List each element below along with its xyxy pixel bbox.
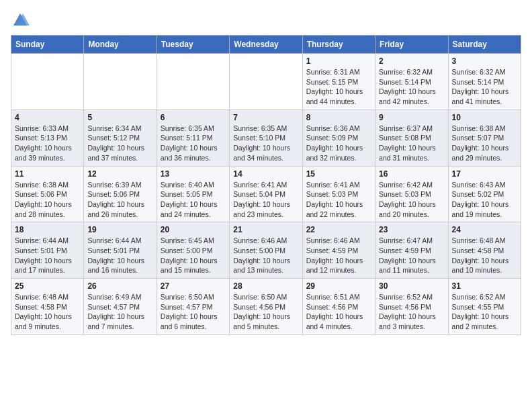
- day-info: Sunrise: 6:47 AM Sunset: 4:59 PM Dayligh…: [379, 236, 444, 275]
- day-info: Sunrise: 6:45 AM Sunset: 5:00 PM Dayligh…: [161, 236, 226, 275]
- calendar-week-row: 25Sunrise: 6:48 AM Sunset: 4:58 PM Dayli…: [11, 279, 521, 335]
- logo-icon: [11, 11, 30, 30]
- day-info: Sunrise: 6:48 AM Sunset: 4:58 PM Dayligh…: [15, 292, 80, 332]
- day-number: 6: [161, 113, 226, 122]
- day-info: Sunrise: 6:36 AM Sunset: 5:09 PM Dayligh…: [306, 124, 371, 163]
- calendar-cell: 26Sunrise: 6:49 AM Sunset: 4:57 PM Dayli…: [84, 279, 157, 335]
- day-info: Sunrise: 6:38 AM Sunset: 5:07 PM Dayligh…: [452, 124, 517, 163]
- day-number: 24: [452, 225, 517, 234]
- day-number: 12: [87, 169, 152, 179]
- calendar-cell: 9Sunrise: 6:37 AM Sunset: 5:08 PM Daylig…: [375, 109, 448, 166]
- day-info: Sunrise: 6:50 AM Sunset: 4:57 PM Dayligh…: [161, 292, 226, 332]
- day-number: 26: [87, 281, 152, 291]
- calendar-cell: 31Sunrise: 6:52 AM Sunset: 4:55 PM Dayli…: [448, 279, 521, 335]
- day-number: 23: [379, 225, 444, 234]
- calendar-cell: 25Sunrise: 6:48 AM Sunset: 4:58 PM Dayli…: [11, 279, 84, 335]
- day-number: 14: [233, 169, 298, 179]
- day-info: Sunrise: 6:49 AM Sunset: 4:57 PM Dayligh…: [87, 292, 152, 332]
- day-header-monday: Monday: [84, 36, 157, 54]
- page-header: [11, 11, 521, 30]
- calendar-cell: 12Sunrise: 6:39 AM Sunset: 5:06 PM Dayli…: [84, 166, 157, 222]
- day-info: Sunrise: 6:32 AM Sunset: 5:14 PM Dayligh…: [379, 67, 444, 107]
- calendar-body: 1Sunrise: 6:31 AM Sunset: 5:15 PM Daylig…: [11, 54, 521, 335]
- calendar-cell: 29Sunrise: 6:51 AM Sunset: 4:56 PM Dayli…: [302, 279, 375, 335]
- day-info: Sunrise: 6:40 AM Sunset: 5:05 PM Dayligh…: [161, 180, 226, 220]
- day-info: Sunrise: 6:44 AM Sunset: 5:01 PM Dayligh…: [15, 236, 80, 275]
- calendar-cell: 14Sunrise: 6:41 AM Sunset: 5:04 PM Dayli…: [230, 166, 302, 222]
- calendar-cell: 11Sunrise: 6:38 AM Sunset: 5:06 PM Dayli…: [11, 166, 84, 222]
- calendar-cell: 30Sunrise: 6:52 AM Sunset: 4:56 PM Dayli…: [375, 279, 448, 335]
- day-info: Sunrise: 6:52 AM Sunset: 4:56 PM Dayligh…: [379, 292, 444, 332]
- day-info: Sunrise: 6:39 AM Sunset: 5:06 PM Dayligh…: [87, 180, 152, 220]
- day-number: 18: [15, 225, 80, 234]
- calendar-header-row: SundayMondayTuesdayWednesdayThursdayFrid…: [11, 36, 521, 54]
- day-info: Sunrise: 6:34 AM Sunset: 5:12 PM Dayligh…: [87, 124, 152, 163]
- calendar-week-row: 1Sunrise: 6:31 AM Sunset: 5:15 PM Daylig…: [11, 54, 521, 110]
- day-number: 1: [306, 56, 371, 66]
- calendar-cell: 7Sunrise: 6:35 AM Sunset: 5:10 PM Daylig…: [230, 109, 302, 166]
- calendar-cell: [11, 54, 84, 110]
- calendar-cell: 1Sunrise: 6:31 AM Sunset: 5:15 PM Daylig…: [302, 54, 375, 110]
- day-info: Sunrise: 6:46 AM Sunset: 4:59 PM Dayligh…: [306, 236, 371, 275]
- calendar-cell: [84, 54, 157, 110]
- calendar-cell: 23Sunrise: 6:47 AM Sunset: 4:59 PM Dayli…: [375, 222, 448, 279]
- day-number: 2: [379, 56, 444, 66]
- calendar-cell: [157, 54, 229, 110]
- calendar-cell: 27Sunrise: 6:50 AM Sunset: 4:57 PM Dayli…: [157, 279, 229, 335]
- day-info: Sunrise: 6:31 AM Sunset: 5:15 PM Dayligh…: [306, 67, 371, 107]
- calendar-cell: 8Sunrise: 6:36 AM Sunset: 5:09 PM Daylig…: [302, 109, 375, 166]
- day-number: 15: [306, 169, 371, 179]
- calendar-cell: 4Sunrise: 6:33 AM Sunset: 5:13 PM Daylig…: [11, 109, 84, 166]
- day-info: Sunrise: 6:46 AM Sunset: 5:00 PM Dayligh…: [233, 236, 298, 275]
- day-header-wednesday: Wednesday: [230, 36, 302, 54]
- day-info: Sunrise: 6:38 AM Sunset: 5:06 PM Dayligh…: [15, 180, 80, 220]
- day-number: 31: [452, 281, 517, 291]
- calendar-cell: 15Sunrise: 6:41 AM Sunset: 5:03 PM Dayli…: [302, 166, 375, 222]
- day-info: Sunrise: 6:35 AM Sunset: 5:10 PM Dayligh…: [233, 124, 298, 163]
- day-info: Sunrise: 6:42 AM Sunset: 5:03 PM Dayligh…: [379, 180, 444, 220]
- day-number: 20: [161, 225, 226, 234]
- day-number: 5: [87, 113, 152, 122]
- calendar-week-row: 4Sunrise: 6:33 AM Sunset: 5:13 PM Daylig…: [11, 109, 521, 166]
- day-number: 9: [379, 113, 444, 122]
- day-info: Sunrise: 6:32 AM Sunset: 5:14 PM Dayligh…: [452, 67, 517, 107]
- day-info: Sunrise: 6:52 AM Sunset: 4:55 PM Dayligh…: [452, 292, 517, 332]
- calendar-cell: 20Sunrise: 6:45 AM Sunset: 5:00 PM Dayli…: [157, 222, 229, 279]
- day-header-saturday: Saturday: [448, 36, 521, 54]
- day-number: 10: [452, 113, 517, 122]
- day-info: Sunrise: 6:37 AM Sunset: 5:08 PM Dayligh…: [379, 124, 444, 163]
- day-header-friday: Friday: [375, 36, 448, 54]
- calendar-week-row: 18Sunrise: 6:44 AM Sunset: 5:01 PM Dayli…: [11, 222, 521, 279]
- day-number: 3: [452, 56, 517, 66]
- calendar-cell: 5Sunrise: 6:34 AM Sunset: 5:12 PM Daylig…: [84, 109, 157, 166]
- calendar-cell: 10Sunrise: 6:38 AM Sunset: 5:07 PM Dayli…: [448, 109, 521, 166]
- day-number: 16: [379, 169, 444, 179]
- day-info: Sunrise: 6:35 AM Sunset: 5:11 PM Dayligh…: [161, 124, 226, 163]
- calendar-cell: 13Sunrise: 6:40 AM Sunset: 5:05 PM Dayli…: [157, 166, 229, 222]
- calendar-cell: 18Sunrise: 6:44 AM Sunset: 5:01 PM Dayli…: [11, 222, 84, 279]
- day-header-sunday: Sunday: [11, 36, 84, 54]
- day-info: Sunrise: 6:50 AM Sunset: 4:56 PM Dayligh…: [233, 292, 298, 332]
- day-number: 13: [161, 169, 226, 179]
- day-number: 27: [161, 281, 226, 291]
- day-number: 17: [452, 169, 517, 179]
- calendar-week-row: 11Sunrise: 6:38 AM Sunset: 5:06 PM Dayli…: [11, 166, 521, 222]
- day-number: 8: [306, 113, 371, 122]
- day-number: 11: [15, 169, 80, 179]
- day-number: 7: [233, 113, 298, 122]
- day-number: 30: [379, 281, 444, 291]
- calendar-cell: 21Sunrise: 6:46 AM Sunset: 5:00 PM Dayli…: [230, 222, 302, 279]
- calendar-cell: 2Sunrise: 6:32 AM Sunset: 5:14 PM Daylig…: [375, 54, 448, 110]
- day-info: Sunrise: 6:41 AM Sunset: 5:04 PM Dayligh…: [233, 180, 298, 220]
- calendar-cell: 19Sunrise: 6:44 AM Sunset: 5:01 PM Dayli…: [84, 222, 157, 279]
- day-number: 4: [15, 113, 80, 122]
- day-info: Sunrise: 6:44 AM Sunset: 5:01 PM Dayligh…: [87, 236, 152, 275]
- logo: [11, 11, 32, 30]
- day-number: 22: [306, 225, 371, 234]
- calendar-cell: 28Sunrise: 6:50 AM Sunset: 4:56 PM Dayli…: [230, 279, 302, 335]
- day-info: Sunrise: 6:48 AM Sunset: 4:58 PM Dayligh…: [452, 236, 517, 275]
- calendar-cell: [230, 54, 302, 110]
- day-info: Sunrise: 6:51 AM Sunset: 4:56 PM Dayligh…: [306, 292, 371, 332]
- calendar-cell: 17Sunrise: 6:43 AM Sunset: 5:02 PM Dayli…: [448, 166, 521, 222]
- calendar-cell: 16Sunrise: 6:42 AM Sunset: 5:03 PM Dayli…: [375, 166, 448, 222]
